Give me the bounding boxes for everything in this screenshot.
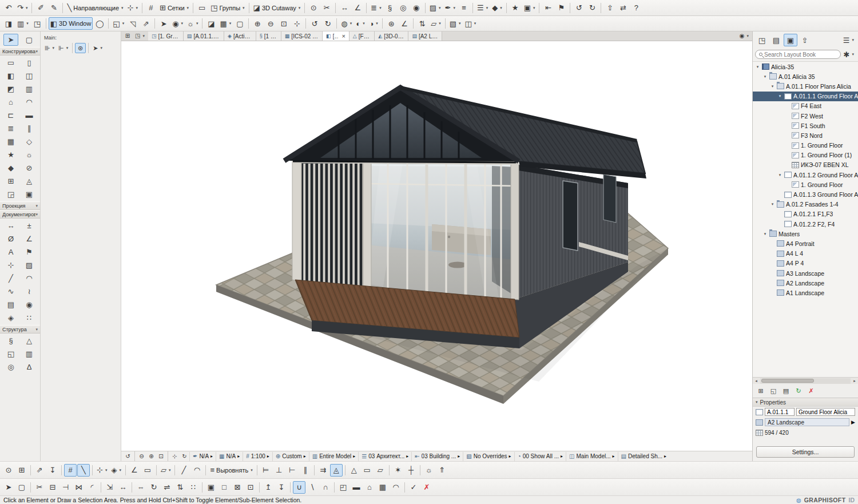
object-tool[interactable]: ★: [3, 149, 18, 161]
spline-tool[interactable]: ≀: [22, 285, 37, 297]
library-icon[interactable]: ▣▾: [522, 2, 537, 14]
delete-icon[interactable]: ✗: [805, 386, 817, 396]
ungroup-icon[interactable]: □: [218, 481, 231, 494]
marquee-mode-icon[interactable]: ▢: [15, 481, 28, 494]
inject-parameters-icon[interactable]: ✎: [47, 2, 60, 14]
previous-view-icon[interactable]: ↺: [308, 17, 321, 30]
measure-icon[interactable]: ↔: [338, 2, 351, 14]
update-icon[interactable]: ↻: [793, 386, 804, 396]
help-icon[interactable]: ?: [630, 2, 642, 14]
view-map-icon[interactable]: ▤: [769, 34, 783, 46]
lock-icon[interactable]: ⊠: [231, 481, 244, 494]
camera-icon[interactable]: ◉▾: [170, 17, 185, 30]
worksheet-tool[interactable]: ▥: [22, 348, 37, 360]
tree-horizontal-scrollbar[interactable]: ◂ ▸: [753, 377, 858, 384]
tree-item-a2-landscape[interactable]: A2 Landscape: [753, 278, 858, 288]
pop-up-navigator-icon[interactable]: ◳▾: [133, 32, 146, 40]
axonometry-icon[interactable]: ◱▾: [111, 17, 126, 30]
tab-ics-02-componen[interactable]: ▦[ICS-02 Componen...: [281, 31, 323, 41]
favorites-icon[interactable]: ★: [509, 2, 522, 14]
orbit-icon[interactable]: ↻: [180, 452, 189, 461]
grids-button[interactable]: ⊞Сетки▾: [158, 2, 190, 14]
toolbox-section-проекция[interactable]: Проекция▾: [0, 201, 40, 210]
dimension-options-icon[interactable]: ⇤: [542, 2, 554, 14]
arc-tool[interactable]: ◠: [22, 272, 37, 284]
pen-set-icon[interactable]: ✒▾: [443, 2, 457, 14]
shell-tool[interactable]: ◠: [22, 96, 37, 108]
grid-snap-icon[interactable]: #: [145, 2, 157, 14]
publisher-icon[interactable]: ⇧: [798, 34, 812, 46]
guide-lines-toggle-icon[interactable]: ╲: [77, 464, 90, 477]
master-arrow-icon[interactable]: ▶: [851, 419, 855, 425]
tree-item-a-01-1-2-ground-floor-alicia[interactable]: ▾A.01.1.2 Ground Floor Alicia: [753, 170, 858, 180]
polygon-method-icon[interactable]: △: [348, 464, 360, 477]
relative-coords-icon[interactable]: ∠: [128, 464, 141, 477]
ruler-icon[interactable]: ▭: [196, 2, 208, 14]
offset-icon[interactable]: ⇉: [317, 464, 329, 477]
drawing-tool[interactable]: ▣: [22, 188, 37, 200]
point-cloud-tool[interactable]: ∷: [22, 312, 37, 324]
polyline-tool[interactable]: ∿: [3, 285, 18, 297]
distribute-icon[interactable]: ∥: [299, 464, 312, 477]
text-tool[interactable]: A: [3, 246, 18, 258]
annotation-icon[interactable]: ⚑: [555, 2, 567, 14]
layout-name-field[interactable]: [796, 408, 855, 416]
dimension-style-chip[interactable]: ⇤03 Building ...▸: [411, 452, 463, 461]
section-tool[interactable]: §: [3, 335, 18, 347]
fly-mode-icon[interactable]: ➤: [157, 17, 170, 30]
zoom-in-icon[interactable]: ⊕: [146, 452, 156, 461]
snap-guides-icon[interactable]: ⊹▾: [126, 2, 140, 14]
detail-level-chip[interactable]: ▤Detailed Sh...▸: [618, 452, 670, 461]
marquee-3d-icon[interactable]: ▢: [233, 17, 246, 30]
window-tool[interactable]: ◫: [22, 70, 37, 82]
toolbox-section-документирование[interactable]: Документирование▾: [0, 210, 40, 219]
detail-tool[interactable]: ◎: [3, 361, 18, 373]
arrow-tool[interactable]: ➤: [3, 34, 18, 46]
tree-item-a-01-1-floor-plans-alicia[interactable]: ▾A.01.1 Floor Plans Alicia: [753, 81, 858, 91]
groups-button[interactable]: ◳Группы▾: [209, 2, 246, 14]
grid-snap-toggle-icon[interactable]: #: [64, 464, 77, 477]
tree-item-a-01-1-3-ground-floor-alicia-b-w[interactable]: A.01.1.3 Ground Floor Alicia b/w: [753, 189, 858, 199]
fillet-icon[interactable]: ◜: [86, 481, 98, 494]
tree-item-a-01-2-fasades-1-4[interactable]: ▾A.01.2 Fasades 1-4: [753, 200, 858, 209]
pan-icon[interactable]: ⊹: [170, 452, 180, 461]
expand-arrow-icon[interactable]: ▾: [770, 84, 775, 89]
angle-measure-icon[interactable]: ∠: [351, 2, 364, 14]
unlock-icon[interactable]: ⊡: [244, 481, 257, 494]
tree-item-a-01-2-2-f2-f4[interactable]: A.01.2.2 F2, F4: [753, 219, 858, 229]
next-view-icon[interactable]: ↻: [321, 17, 334, 30]
expand-arrow-icon[interactable]: ▾: [770, 202, 775, 207]
tab-action-center[interactable]: ◈[Action Center]: [224, 31, 256, 41]
column-tool[interactable]: ▯: [22, 57, 37, 69]
tree-item-f1-south[interactable]: F1 South: [753, 121, 858, 130]
roof-3d-icon[interactable]: ⌂: [363, 481, 376, 494]
layer-combination-chip[interactable]: ☰03 Архитект...▸: [358, 452, 411, 461]
interior-elevation-tool[interactable]: ◱: [3, 348, 18, 360]
tree-item-f4-east[interactable]: F4 East: [753, 101, 858, 111]
redo-icon[interactable]: ↷▾: [15, 2, 29, 14]
morph-tool[interactable]: ◆: [3, 162, 18, 174]
refresh-view-icon[interactable]: ↺: [123, 452, 133, 461]
filter-chip[interactable]: ▥Entire Model▸: [309, 452, 359, 461]
zoom-previous-icon[interactable]: ↺: [573, 2, 585, 14]
panels-icon[interactable]: ▥▾: [15, 17, 30, 30]
tree-item-a-01-2-1-f1-f3[interactable]: A.01.2.1 F1,F3: [753, 209, 858, 219]
pan-icon[interactable]: ⊹: [291, 17, 303, 30]
new-subset-icon[interactable]: ◱: [768, 386, 779, 396]
snap-target-icon[interactable]: ⊛: [75, 43, 86, 53]
properties-header[interactable]: ▾ Properties: [753, 398, 858, 407]
toolbox-section-конструирование[interactable]: Конструирование▾: [0, 47, 40, 55]
wall-tool[interactable]: ▭: [3, 57, 18, 69]
new-layout-icon[interactable]: ⊞: [755, 386, 766, 396]
tab-3d-01-sanitary[interactable]: ◭[3D-01 Sanitary]: [375, 31, 408, 41]
stretch-icon[interactable]: ↔: [117, 481, 129, 494]
expand-arrow-icon[interactable]: ▾: [762, 74, 768, 79]
undo-icon[interactable]: ↶: [2, 2, 15, 14]
rectangle-method-icon[interactable]: ▭: [361, 464, 374, 477]
arc-input-icon[interactable]: ◠: [190, 464, 203, 477]
tree-item-1-ground-floor[interactable]: 1. Ground Floor: [753, 141, 858, 150]
origin-icon[interactable]: ⊙: [2, 464, 15, 477]
align-view-icon[interactable]: ⊛: [385, 17, 398, 30]
settings-button[interactable]: Settings...: [756, 446, 855, 458]
attributes-icon[interactable]: ◆▾: [490, 2, 504, 14]
